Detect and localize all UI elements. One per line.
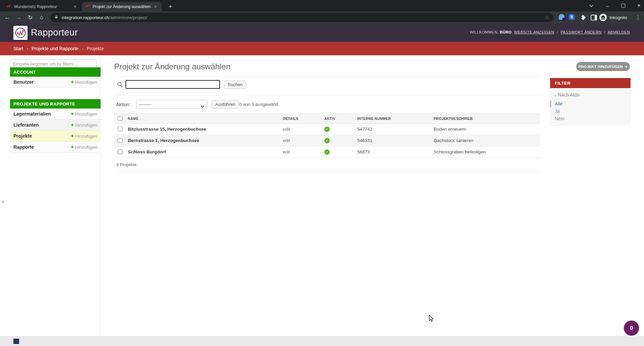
forward-button[interactable]: → (14, 13, 23, 22)
change-password-link[interactable]: PASSWORT ÄNDERN (560, 30, 601, 34)
table-row: Schloss Burgdorf edit ✓ 56873 Schlossgra… (114, 146, 540, 158)
browser-tab-1[interactable]: Wundernetz Rapporteur × (3, 2, 81, 11)
browser-toolbar: ← → ↻ ⌂ integration.rapporteur.ch/admin/… (0, 11, 644, 23)
sidebar-item-lagermaterialien[interactable]: Lagermaterialien +Hinzufügen (10, 109, 101, 120)
row-checkbox[interactable] (118, 138, 122, 143)
bottom-left-widget[interactable] (13, 339, 19, 344)
url-text: integration.rapporteur.ch/admin/core/pro… (62, 15, 147, 20)
filter-option-ja[interactable]: Ja (550, 108, 631, 115)
add-project-button[interactable]: PROJEKT HINZUFÜGEN+ (576, 62, 630, 71)
column-name[interactable]: NAME (128, 117, 283, 121)
projektbeschrieb-cell: Boden erneuern (434, 127, 540, 132)
username: BÜRO (500, 30, 512, 34)
row-checkbox[interactable] (118, 149, 122, 154)
side-panel-icon[interactable] (590, 14, 597, 21)
sidebar-section-account: ACCOUNT (10, 67, 101, 77)
breadcrumb-projekte-und-rapporte[interactable]: Projekte und Rapporte (32, 46, 78, 51)
column-projektbeschrieb[interactable]: PROJEKTBESCHRIEB (434, 117, 540, 121)
address-bar[interactable]: integration.rapporteur.ch/admin/core/pro… (50, 13, 553, 22)
window-minimize-button[interactable]: – (600, 0, 614, 11)
active-check-icon: ✓ (324, 138, 330, 143)
breadcrumb-start[interactable]: Start (13, 46, 23, 51)
column-interne-nummer[interactable]: INTERNE NUMMER (357, 117, 434, 121)
filter-panel-title: FILTER (550, 78, 631, 88)
sidebar-item-lieferanten[interactable]: Lieferanten +Hinzufügen (10, 120, 101, 131)
incognito-indicator[interactable]: Inkognito (599, 13, 627, 22)
welcome-text: WILLKOMMEN, (470, 30, 498, 34)
close-tab-icon[interactable]: × (153, 4, 158, 10)
browser-tab-2-active[interactable]: Projekt zur Änderung auswählen × (82, 2, 162, 11)
edit-link[interactable]: edit (283, 149, 324, 154)
sidebar-filter-input[interactable] (10, 60, 97, 68)
filter-group-label: ↓ Nach Aktiv (554, 92, 631, 97)
extension-icon-blue[interactable]: B (569, 14, 575, 20)
selected-filter-marker (550, 100, 551, 107)
tab-search-chevron-icon[interactable] (584, 0, 598, 11)
breadcrumb: Start › Projekte und Rapporte › Projekte (0, 42, 644, 55)
add-benutzer-link[interactable]: +Hinzufügen (71, 79, 97, 85)
action-select[interactable]: --------- (136, 100, 207, 109)
window-close-button[interactable]: × (632, 0, 644, 11)
row-checkbox[interactable] (118, 127, 122, 131)
project-table: NAME DETAILS AKTIV INTERNE NUMMER PROJEK… (114, 114, 540, 158)
home-button[interactable]: ⌂ (37, 13, 46, 22)
add-lieferanten-link[interactable]: +Hinzufügen (71, 122, 97, 128)
execute-action-button[interactable]: Ausführen (212, 100, 239, 109)
close-tab-icon[interactable]: × (72, 4, 78, 10)
page-title: Projekt zur Änderung auswählen (114, 62, 230, 71)
filter-option-nein[interactable]: Nein (550, 115, 631, 122)
back-button[interactable]: ← (3, 13, 12, 22)
extension-icon-ghost[interactable] (559, 14, 565, 20)
incognito-label: Inkognito (609, 15, 627, 20)
plus-icon: + (71, 79, 74, 85)
column-aktiv[interactable]: AKTIV (324, 117, 357, 121)
breadcrumb-current: Projekte (87, 46, 104, 51)
search-icon (117, 82, 123, 89)
interne-nummer-cell: 546331 (357, 138, 434, 143)
tab-title: Wundernetz Rapporteur (14, 4, 72, 9)
view-site-link[interactable]: WEBSITE ANZEIGEN (514, 30, 554, 34)
tab-title: Projekt zur Änderung auswählen (93, 4, 153, 9)
action-select-wrap: --------- (136, 100, 207, 109)
app-logo[interactable] (13, 26, 28, 40)
sidebar-section-projekte-und-rapporte: PROJEKTE UND RAPPORTE (10, 99, 101, 109)
table-header-row: NAME DETAILS AKTIV INTERNE NUMMER PROJEK… (114, 114, 540, 124)
bookmark-star-icon[interactable]: ☆ (545, 14, 549, 20)
brand-title[interactable]: Rapporteur (31, 27, 78, 38)
select-all-checkbox[interactable] (118, 116, 122, 121)
add-projekte-link[interactable]: +Hinzufügen (71, 133, 97, 139)
projektbeschrieb-cell: Schlossgraben befestigen (434, 149, 540, 154)
maximize-icon (621, 4, 625, 8)
tab-favicon (7, 4, 11, 10)
browser-menu-icon[interactable]: ⋮ (633, 13, 643, 22)
add-lagermaterialien-link[interactable]: +Hinzufügen (71, 111, 97, 117)
sidebar-item-rapporte[interactable]: Rapporte +Hinzufügen (10, 142, 101, 153)
filter-option-alle[interactable]: Alle (550, 100, 631, 108)
reload-button[interactable]: ↻ (25, 13, 35, 22)
interne-nummer-cell: 547742 (357, 127, 434, 132)
project-name-link[interactable]: Bitziusstrasse 15, Herzogenbuchsee (128, 127, 283, 132)
mouse-cursor (429, 315, 434, 324)
search-input[interactable] (125, 80, 220, 89)
app-header: Rapporteur WILLKOMMEN, BÜRO. WEBSITE ANZ… (0, 23, 644, 42)
window-maximize-button[interactable] (616, 0, 630, 11)
notification-badge[interactable]: 0 (624, 321, 639, 336)
edit-link[interactable]: edit (283, 127, 324, 132)
sidebar-item-benutzer[interactable]: Benutzer +Hinzufügen (10, 77, 101, 88)
logout-link[interactable]: ABMELDEN (608, 30, 630, 34)
new-tab-button[interactable]: + (166, 3, 174, 11)
url-host: integration.rapporteur.ch (62, 15, 109, 20)
project-name-link[interactable]: Bernstrasse 1, Herzogenbuchsee (128, 138, 283, 143)
project-name-link[interactable]: Schloss Burgdorf (128, 149, 283, 154)
sidebar-menu: ACCOUNT Benutzer +Hinzufügen PROJEKTE UN… (10, 67, 101, 153)
incognito-avatar-icon (599, 13, 607, 21)
user-tools: WILLKOMMEN, BÜRO. WEBSITE ANZEIGEN / PAS… (470, 30, 630, 34)
tab-favicon (85, 4, 90, 10)
sidebar-item-projekte[interactable]: Projekte +Hinzufügen (10, 131, 101, 142)
extensions-puzzle-icon[interactable] (580, 14, 586, 21)
edit-link[interactable]: edit (283, 138, 324, 143)
sort-down-icon: ↓ (554, 92, 556, 97)
search-button[interactable]: Suchen (224, 80, 246, 89)
add-rapporte-link[interactable]: +Hinzufügen (71, 144, 97, 150)
sidebar-collapse-icon[interactable]: « (2, 198, 4, 204)
